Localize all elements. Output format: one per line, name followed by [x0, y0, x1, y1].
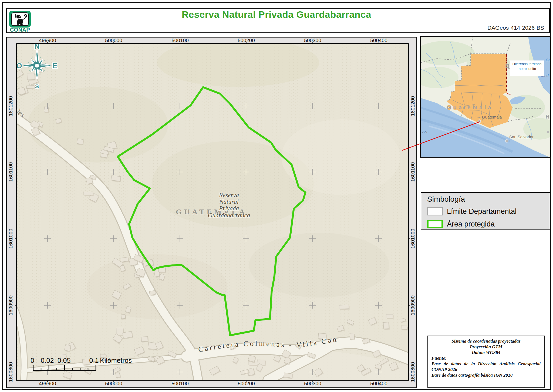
axis-label-x: 500400 [363, 381, 395, 386]
scalebar-tick-label: 0.05 [58, 357, 71, 364]
axis-label-x: 500100 [164, 38, 196, 43]
document-code: DAGeos-414-2026-BS [427, 24, 547, 31]
area-label-line: Reserva [219, 192, 239, 198]
source-line: Base de datos de la Dirección Análisis G… [431, 361, 541, 367]
inset-country-label: Guatemala [447, 104, 493, 110]
legend-item-label: Área protegida [447, 220, 495, 228]
inset-belize-label: B [505, 63, 510, 69]
area-label-line: Privada [219, 205, 239, 212]
projection-line: Datum WGS84 [431, 350, 541, 355]
axis-label-x: 500000 [97, 381, 130, 386]
protected-area-swatch [427, 220, 443, 228]
legend-title: Simbología [427, 195, 465, 204]
axis-label-y: 1600900 [410, 289, 416, 322]
inset-depth-label: 721 [422, 130, 428, 134]
inset-honduras-label: Ho [545, 113, 550, 120]
scalebar-tick-label: 0.02 [41, 357, 54, 364]
axis-label-x: 500300 [296, 381, 329, 386]
axis-label-x: 499900 [31, 381, 64, 386]
scalebar-tick-label: 0 [31, 357, 34, 364]
source-line: Base de datos cartografía básica IGN 201… [431, 372, 541, 378]
inset-city-dot [505, 140, 508, 142]
axis-label-y: 1600800 [8, 356, 14, 388]
compass-north-label: N [34, 44, 40, 50]
axis-label-x: 500300 [296, 38, 329, 43]
compass-east-label: E [52, 62, 57, 70]
page-title: Reserva Natural Privada Guardabarranca [0, 9, 553, 20]
axis-label-y: 1600800 [410, 356, 416, 388]
axis-label-x: 500200 [230, 381, 262, 386]
axis-label-y: 1601000 [410, 222, 416, 255]
territorial-note: Diferendo territorial no resuelto [510, 60, 544, 76]
area-label-line: Guardabarranca [208, 212, 250, 219]
compass-south-label: S [35, 83, 39, 89]
map-sheet: CONAP Reserva Natural Privada Guardabarr… [0, 0, 553, 392]
main-map: N E O S GUATEMALA Reserva Natural Privad… [17, 44, 408, 380]
axis-label-y: 1601100 [8, 156, 14, 188]
projection-line: Proyección GTM [431, 344, 541, 350]
inset-capital-dot [478, 120, 481, 123]
axis-label-x: 500400 [363, 38, 395, 43]
axis-label-x: 499900 [31, 38, 64, 43]
axis-label-x: 500000 [97, 38, 130, 43]
inset-map: B Guatemala Ho Guatemala San Salvador 72… [421, 37, 550, 157]
source-info-box: Sistema de coordenadas proyectadas Proye… [427, 336, 545, 388]
axis-label-y: 1601000 [8, 222, 14, 255]
legend-item-label: Límite Departamental [447, 207, 517, 216]
axis-label-x: 500100 [164, 381, 196, 386]
inset-capital-label: Guatemala [482, 115, 502, 119]
source-heading: Fuente: [431, 355, 541, 361]
axis-label-x: 500200 [230, 38, 262, 43]
conap-logo-text: CONAP [6, 27, 33, 33]
axis-label-y: 1600900 [8, 289, 14, 322]
legend-item: Área protegida [427, 219, 546, 229]
axis-label-y: 1601200 [410, 90, 416, 122]
projection-line: Sistema de coordenadas proyectadas [431, 338, 541, 344]
axis-label-y: 1601100 [410, 156, 416, 188]
legend-item: Límite Departamental [427, 206, 546, 217]
inset-city-label: San Salvador [509, 134, 534, 139]
axis-label-y: 1601200 [8, 90, 14, 122]
inset-water-label: Gu [546, 58, 550, 62]
scalebar-unit-label: Kilómetros [100, 357, 132, 364]
area-label-line: Natural [219, 198, 239, 205]
scalebar-end-label: 0.1 [89, 357, 99, 364]
inset-town-dot [547, 131, 549, 133]
compass-west-label: O [17, 62, 22, 70]
source-line: CONAP 2026 [431, 367, 541, 372]
departmental-boundary-swatch [427, 207, 443, 215]
